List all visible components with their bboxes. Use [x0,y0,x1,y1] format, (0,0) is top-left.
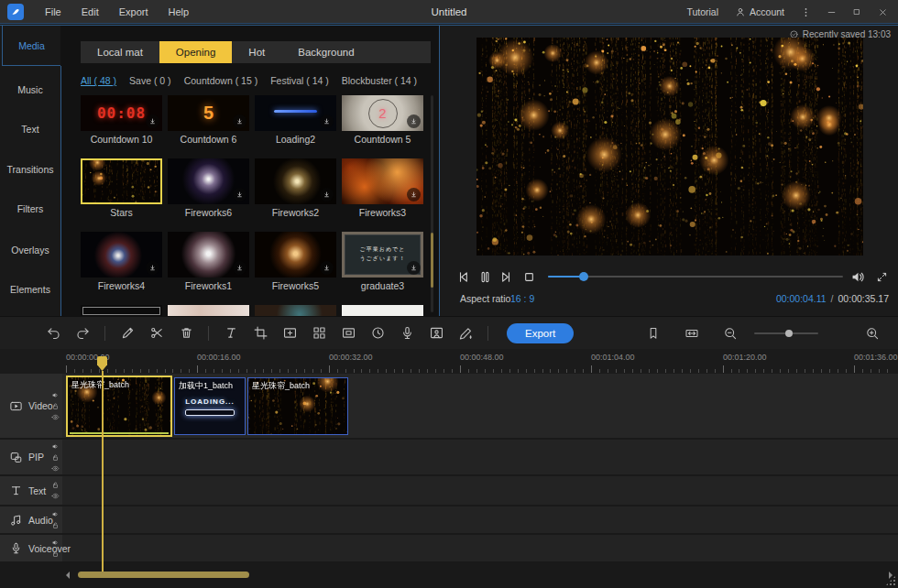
eye-toggle[interactable] [51,492,60,500]
sidebar-item-filters[interactable]: Filters [0,200,60,218]
sidebar-item-overlays[interactable]: Overlays [0,241,60,259]
delete-button[interactable] [174,321,198,345]
account-button[interactable]: Account [728,6,792,17]
media-item[interactable]: 2Countdown 5 [342,95,423,145]
split-button[interactable] [145,321,169,345]
media-item[interactable]: 5Countdown 6 [168,95,249,145]
media-item[interactable]: Fireworks2 [255,158,336,218]
media-item[interactable]: 00:08Countdown 10 [81,95,162,145]
prev-frame-button[interactable] [452,266,474,288]
menu-export[interactable]: Export [111,4,157,20]
media-filter[interactable]: Blockbuster ( 14 ) [342,75,417,86]
hscroll-right-arrow[interactable] [889,572,893,579]
tutorial-button[interactable]: Tutorial [679,6,726,17]
sidebar-item-media[interactable]: Media [2,26,60,66]
freeze-frame-button[interactable] [336,321,360,345]
timeline-clip[interactable]: LOADING...加载中1_batch [174,377,246,435]
timeline-ruler[interactable]: 00:00:00.0000:00:16.0000:00:32.0000:00:4… [0,349,898,374]
media-tab-opening[interactable]: Opening [159,41,232,63]
mosaic-button[interactable] [307,321,331,345]
app-logo[interactable] [7,4,24,20]
minimize-button[interactable] [819,2,843,22]
seek-slider[interactable] [548,276,843,278]
timeline-clip[interactable]: 星光珠帘_batch [247,377,348,435]
timeline-zoom-handle[interactable] [785,330,793,337]
more-menu-button[interactable] [794,2,817,22]
media-thumbnail[interactable] [81,232,162,278]
media-tab-background[interactable]: Background [281,41,370,63]
media-thumbnail[interactable] [255,158,336,204]
download-icon[interactable] [233,188,246,201]
playhead[interactable] [102,371,104,572]
lock-toggle[interactable] [51,521,60,529]
crop-button[interactable] [248,321,272,345]
download-icon[interactable] [407,188,421,201]
undo-button[interactable] [41,321,65,345]
speaker-toggle[interactable] [51,391,60,399]
portrait-button[interactable] [424,321,448,345]
media-filter[interactable]: Save ( 0 ) [129,75,171,86]
hscroll-left-arrow[interactable] [66,572,70,579]
text-tool-button[interactable] [219,321,243,345]
sidebar-item-music[interactable]: Music [0,81,60,99]
download-icon[interactable] [320,188,334,201]
duration-button[interactable] [366,321,389,345]
volume-button[interactable] [847,266,869,288]
media-scrollbar-thumb[interactable] [431,233,433,288]
media-thumbnail[interactable] [81,158,162,204]
media-item[interactable]: Stars [81,158,162,218]
aspect-ratio-value[interactable]: 16 : 9 [510,293,534,304]
media-thumbnail[interactable]: 2 [342,95,423,131]
zoom-in-button[interactable] [860,321,884,345]
edit-button[interactable] [115,321,139,345]
record-button[interactable] [395,321,419,345]
seek-handle[interactable] [579,272,588,281]
media-item[interactable]: Fireworks5 [255,232,336,291]
download-icon[interactable] [233,261,246,275]
download-icon[interactable] [407,261,421,275]
media-item[interactable]: Fireworks6 [168,158,249,218]
marker-button[interactable] [641,321,665,345]
download-icon[interactable] [320,114,334,128]
close-button[interactable] [871,2,894,22]
media-scrollbar[interactable] [431,95,433,312]
timeline-hscrollbar[interactable] [66,572,885,578]
media-thumbnail[interactable]: ご卒業おめでと うございます！ [342,232,423,278]
media-thumbnail[interactable] [255,95,336,131]
download-icon[interactable] [320,261,334,275]
media-filter[interactable]: All ( 48 ) [81,75,116,86]
sidebar-item-elements[interactable]: Elements [0,280,60,299]
media-tab-hot[interactable]: Hot [232,41,281,63]
media-thumbnail[interactable] [342,158,423,204]
media-item[interactable]: Fireworks3 [342,158,423,218]
speaker-toggle[interactable] [51,442,60,451]
speaker-toggle[interactable] [51,510,60,518]
media-thumbnail[interactable] [255,232,336,278]
zoom-frame-button[interactable] [278,321,301,345]
lock-toggle[interactable] [51,453,60,462]
timeline-zoom-slider[interactable] [754,332,818,334]
download-icon[interactable] [233,114,246,128]
download-icon[interactable] [146,261,159,275]
media-item[interactable]: ご卒業おめでと うございます！graduate3 [342,232,423,291]
media-item[interactable]: Fireworks4 [81,232,162,291]
lock-toggle[interactable] [51,402,60,410]
media-thumbnail[interactable]: 5 [168,95,249,131]
media-tab-local-mat[interactable]: Local mat [81,41,159,63]
download-icon[interactable] [146,114,159,128]
media-item[interactable]: Loading2 [255,95,336,145]
redo-button[interactable] [71,321,94,345]
eye-toggle[interactable] [51,464,60,473]
menu-help[interactable]: Help [160,4,198,20]
media-thumbnail[interactable]: 00:08 [81,95,162,131]
maximize-button[interactable] [845,2,869,22]
fullscreen-button[interactable] [871,266,893,288]
pause-button[interactable] [474,266,496,288]
sidebar-item-transitions[interactable]: Transitions [0,160,60,179]
menu-edit[interactable]: Edit [73,4,107,20]
next-frame-button[interactable] [495,266,517,288]
lock-toggle[interactable] [51,550,60,558]
export-button[interactable]: Export [507,323,574,343]
menu-file[interactable]: File [37,4,70,20]
media-thumbnail[interactable] [168,232,249,278]
